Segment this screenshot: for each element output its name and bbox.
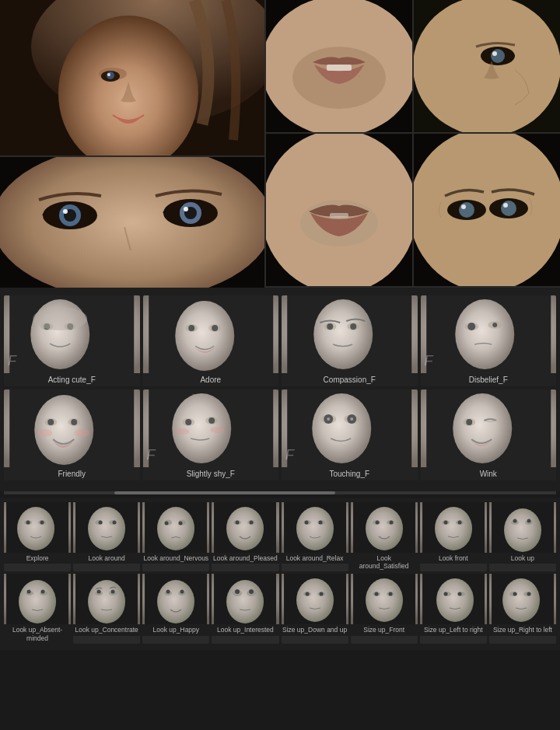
face-grid-row-1: F Acting cute_F Adore <box>4 295 556 386</box>
svg-point-118 <box>250 521 254 525</box>
svg-point-147 <box>27 590 31 594</box>
f-watermark: F <box>8 353 16 369</box>
face-card-disbelief[interactable]: F Disbelief_F <box>421 295 557 386</box>
f-watermark-touching: F <box>285 447 294 463</box>
svg-point-23 <box>349 73 351 75</box>
svg-point-35 <box>414 134 560 286</box>
svg-point-96 <box>17 507 54 550</box>
svg-point-94 <box>466 419 472 425</box>
photo-man-mouth <box>266 0 412 132</box>
face-card-slightly-shy[interactable]: F Slightly shy_F <box>143 389 279 480</box>
face-label-acting-cute: Acting cute_F <box>4 373 140 386</box>
face-card-acting-cute[interactable]: F Acting cute_F <box>4 295 140 386</box>
svg-point-171 <box>305 592 309 596</box>
face-img-look-front <box>420 502 487 553</box>
face-grid-row-2: Friendly F Slightly shy_F <box>4 389 556 480</box>
face-card-look-around[interactable]: Look around <box>73 502 140 571</box>
svg-point-132 <box>435 507 472 550</box>
svg-point-180 <box>436 578 474 622</box>
scrollbar-thumb[interactable] <box>114 491 335 494</box>
face-card-look-front[interactable]: Look front <box>420 502 487 571</box>
face-lbl-look-front: Look front <box>420 553 487 564</box>
svg-point-16 <box>184 207 188 211</box>
svg-point-21 <box>320 73 321 75</box>
face-card-size-up-left[interactable]: Size up_Left to right <box>420 574 487 643</box>
face-card-friendly[interactable]: Friendly <box>4 389 140 480</box>
svg-point-90 <box>350 417 353 421</box>
svg-point-144 <box>19 580 56 623</box>
face-card-size-up-down[interactable]: Size up_Down and up <box>282 574 348 643</box>
svg-point-22 <box>327 75 329 77</box>
svg-point-148 <box>41 590 45 594</box>
svg-point-124 <box>318 521 322 525</box>
svg-point-108 <box>157 507 194 550</box>
face-card-compassion[interactable]: Compassion_F <box>282 295 418 386</box>
face-lbl-look-around-pleased: Look around_Pleased <box>212 553 278 564</box>
face-card-look-up-interested[interactable]: Look up_Interested <box>212 574 278 643</box>
svg-point-172 <box>319 592 323 596</box>
svg-point-120 <box>296 507 334 550</box>
middle-scrollbar[interactable] <box>4 491 556 494</box>
svg-point-178 <box>388 592 392 596</box>
face-card-size-up-front[interactable]: Size up_Front <box>351 574 418 643</box>
svg-point-6 <box>107 73 110 76</box>
face-lbl-look-up: Look up <box>489 553 556 564</box>
face-card-touching[interactable]: F Touching_F <box>282 389 418 480</box>
face-grid-bottom: Explore Look around <box>0 498 560 650</box>
face-lbl-size-up-front: Size up_Front <box>351 624 418 635</box>
svg-point-126 <box>366 507 403 550</box>
face-3d-acting-cute: F <box>4 295 140 373</box>
face-label-wink: Wink <box>421 467 557 480</box>
face-label-compassion: Compassion_F <box>282 373 418 386</box>
svg-point-84 <box>312 393 371 463</box>
svg-point-80 <box>208 417 215 424</box>
face-lbl-look-up-interested: Look up_Interested <box>212 624 278 635</box>
face-3d-disbelief: F <box>421 295 557 373</box>
face-3d-wink <box>421 389 557 467</box>
svg-point-184 <box>457 592 461 596</box>
photo-man-eyes <box>414 134 560 286</box>
face-card-look-up-absent[interactable]: Look up_Absent-minded <box>4 574 71 643</box>
svg-point-186 <box>502 578 540 622</box>
face-card-explore[interactable]: Explore <box>4 502 71 571</box>
face-lbl-size-up-left: Size up_Left to right <box>420 624 487 635</box>
face-card-look-up-concentrate[interactable]: Look up_Concentrate <box>73 574 140 643</box>
face-card-look-around-nervous[interactable]: Look around_Nervous <box>142 502 209 571</box>
svg-point-183 <box>443 592 447 596</box>
face-card-look-up[interactable]: Look up <box>489 502 556 571</box>
face-img-size-up-right <box>489 574 556 624</box>
svg-point-189 <box>513 592 516 596</box>
svg-point-24 <box>359 75 360 77</box>
face-img-look-around-satisfied <box>351 502 418 553</box>
face-card-look-around-satisfied[interactable]: Look around_Satisfied <box>351 502 418 571</box>
face-lbl-look-up-concentrate: Look up_Concentrate <box>73 624 140 635</box>
svg-point-38 <box>461 204 466 209</box>
svg-point-114 <box>226 507 264 550</box>
svg-point-41 <box>503 203 508 208</box>
svg-point-28 <box>491 49 505 63</box>
face-3d-touching: F <box>282 389 418 467</box>
face-img-look-around-pleased <box>212 502 278 553</box>
svg-point-177 <box>374 592 378 596</box>
svg-point-150 <box>88 580 125 623</box>
svg-point-48 <box>33 307 87 330</box>
face-card-look-around-relax[interactable]: Look around_Relax <box>282 502 348 571</box>
face-card-wink[interactable]: Wink <box>421 389 557 480</box>
face-row-3: Explore Look around <box>4 502 556 571</box>
face-lbl-size-up-down: Size up_Down and up <box>282 624 348 635</box>
face-img-look-up-interested <box>212 574 278 624</box>
face-card-look-around-pleased[interactable]: Look around_Pleased <box>212 502 278 571</box>
svg-point-112 <box>179 522 183 526</box>
face-img-look-up-concentrate <box>73 574 140 624</box>
svg-point-156 <box>157 580 194 623</box>
svg-point-40 <box>501 201 516 216</box>
svg-point-92 <box>453 393 512 463</box>
svg-point-153 <box>97 590 101 594</box>
svg-point-99 <box>26 521 30 525</box>
face-card-look-up-happy[interactable]: Look up_Happy <box>142 574 209 643</box>
face-card-size-up-right[interactable]: Size up_Right to left <box>489 574 556 643</box>
face-card-adore[interactable]: Adore <box>143 295 279 386</box>
svg-point-53 <box>188 325 194 331</box>
face-lbl-look-up-happy: Look up_Happy <box>142 624 209 635</box>
svg-point-37 <box>459 202 474 218</box>
